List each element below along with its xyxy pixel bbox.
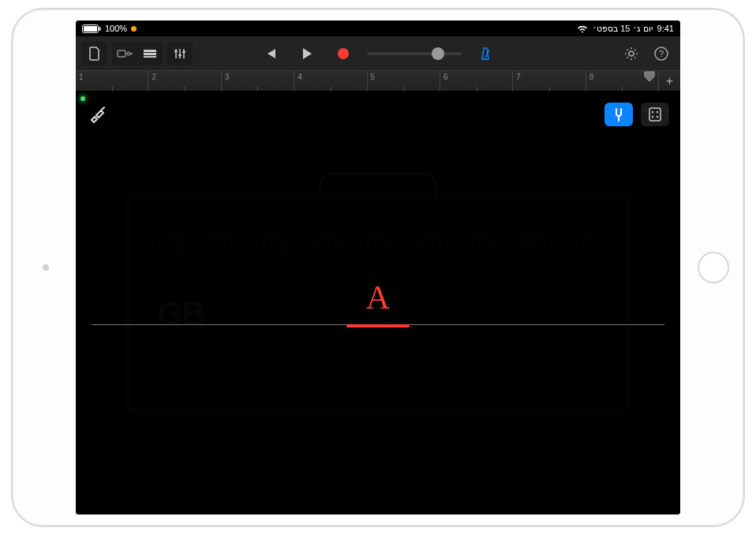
timeline-ruler[interactable]: 1 2 3 4 5 6 7 8 + [76, 71, 680, 92]
master-volume-slider[interactable] [367, 52, 462, 55]
svg-point-18 [657, 116, 658, 118]
svg-rect-2 [99, 27, 101, 31]
stompbox-button[interactable] [641, 103, 669, 126]
skip-start-icon [264, 48, 277, 59]
svg-rect-14 [649, 108, 661, 121]
my-songs-button[interactable] [82, 42, 107, 65]
status-date: יום ג׳ 15 בספט׳ [593, 24, 652, 34]
svg-rect-5 [144, 50, 156, 52]
tuner-button[interactable] [604, 103, 633, 126]
tuning-fork-icon [611, 107, 627, 122]
svg-point-11 [629, 51, 634, 56]
home-button[interactable] [698, 252, 729, 283]
track-controls-button[interactable] [167, 42, 193, 65]
add-section-button[interactable]: + [658, 71, 680, 91]
ruler-bar[interactable]: 5 [367, 71, 440, 91]
help-icon: ? [654, 47, 668, 61]
play-button[interactable] [294, 42, 320, 65]
ruler-bar-label: 3 [225, 73, 230, 81]
ipad-frame: 100% 9:41 יום ג׳ 15 בספט׳ [11, 8, 745, 527]
ruler-bar-label: 5 [371, 73, 376, 81]
svg-rect-1 [84, 26, 97, 32]
tracks-icon [143, 49, 157, 58]
status-clock: 9:41 [657, 24, 674, 33]
ruler-bar-label: 7 [516, 73, 521, 81]
svg-point-10 [182, 51, 185, 54]
tracks-button[interactable] [137, 42, 163, 65]
ruler-bar[interactable]: 1 [76, 71, 148, 91]
toolbar: ? [76, 36, 680, 71]
wifi-icon [577, 24, 588, 33]
svg-point-4 [127, 52, 130, 55]
svg-text:?: ? [659, 49, 664, 58]
status-bar: 100% 9:41 יום ג׳ 15 בספט׳ [76, 21, 680, 36]
settings-button[interactable] [619, 42, 644, 65]
amp-logo: GB [157, 295, 204, 333]
document-icon [88, 47, 101, 61]
svg-point-9 [178, 54, 182, 57]
ruler-bar[interactable]: 6 [440, 71, 512, 91]
end-of-song-marker[interactable] [644, 71, 655, 82]
play-icon [301, 47, 313, 60]
input-jack-button[interactable] [87, 103, 109, 128]
record-icon [338, 48, 349, 59]
gear-icon [624, 47, 638, 61]
ruler-bar[interactable]: 3 [221, 71, 294, 91]
stompbox-icon [648, 107, 662, 122]
browser-button[interactable] [112, 42, 137, 65]
ruler-bar-label: 6 [443, 73, 448, 81]
svg-point-16 [657, 111, 658, 113]
ruler-bar[interactable]: 8 [586, 71, 658, 91]
front-camera [43, 264, 49, 271]
svg-rect-6 [144, 53, 156, 55]
ruler-bar-label: 1 [79, 73, 84, 81]
sliders-icon [174, 47, 186, 60]
ruler-bar-label: 8 [589, 73, 594, 81]
input-signal-indicator [80, 96, 85, 101]
svg-rect-3 [118, 51, 125, 57]
svg-point-15 [652, 111, 653, 113]
svg-rect-7 [144, 56, 156, 58]
volume-thumb[interactable] [432, 47, 444, 60]
ruler-bar-label: 4 [298, 73, 302, 81]
metronome-icon [478, 47, 492, 61]
battery-icon [82, 24, 101, 33]
battery-percent: 100% [105, 24, 127, 33]
tuner-indicator [346, 324, 410, 327]
svg-point-17 [652, 116, 653, 118]
screen: 100% 9:41 יום ג׳ 15 בספט׳ [76, 21, 680, 514]
instrument-area: GB A [76, 92, 680, 514]
plus-icon: + [666, 74, 673, 88]
guitar-jack-icon [87, 103, 109, 125]
ruler-bar[interactable]: 7 [512, 71, 585, 91]
ruler-bar[interactable]: 2 [148, 71, 220, 91]
tuner-note: A [366, 279, 390, 316]
svg-point-8 [174, 50, 178, 53]
location-indicator-icon [131, 26, 137, 32]
go-to-start-button[interactable] [258, 42, 283, 65]
browser-icon [117, 48, 133, 59]
ruler-bar-label: 2 [152, 73, 156, 81]
help-button[interactable]: ? [649, 42, 674, 65]
record-button[interactable] [331, 42, 356, 65]
ruler-bar[interactable]: 4 [294, 71, 366, 91]
metronome-button[interactable] [473, 42, 498, 65]
